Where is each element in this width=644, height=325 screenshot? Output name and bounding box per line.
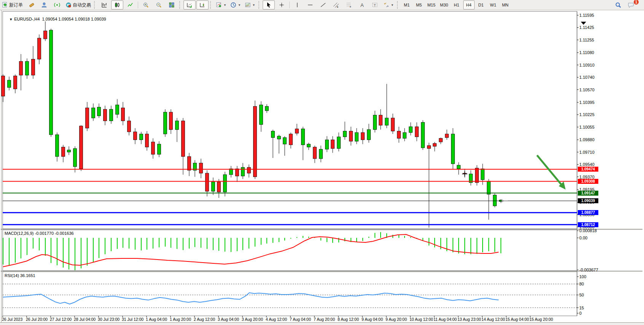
time-tick-label: 9 Aug 20:00 <box>386 317 407 322</box>
text-button[interactable]: A <box>356 0 368 10</box>
vertical-line-button[interactable] <box>291 0 303 10</box>
crosshair-button[interactable] <box>276 0 288 10</box>
candle <box>212 182 215 191</box>
price-tick-label: 1.09710 <box>579 150 595 155</box>
horizontal-line-icon <box>307 2 313 8</box>
text-label-button[interactable]: T <box>369 0 381 10</box>
trendline-button[interactable] <box>317 0 329 10</box>
candle <box>247 167 251 173</box>
toolbar-grip <box>179 1 182 9</box>
candle <box>313 147 317 159</box>
candle <box>319 149 323 159</box>
timeframe-D1[interactable]: D1 <box>475 0 487 10</box>
candle <box>385 118 389 125</box>
autotrade-label: 自动交易 <box>73 2 91 8</box>
zoom-in-button[interactable] <box>140 0 152 10</box>
notifications-button[interactable]: 1 <box>625 0 637 10</box>
candle <box>421 122 425 148</box>
symbol-period: EURUSD-,H4 <box>14 17 40 21</box>
chevron-down-icon: ▼ <box>223 3 226 7</box>
signal-button[interactable] <box>51 0 63 10</box>
new-order-label: 新订单 <box>9 2 23 8</box>
templates-button[interactable]: ▼ <box>243 0 257 10</box>
candle <box>493 195 497 206</box>
candle <box>26 61 29 75</box>
toolbar-grip <box>258 1 261 9</box>
chevron-down-icon: ▼ <box>252 3 255 7</box>
cursor-button[interactable] <box>263 0 275 10</box>
tile-windows-icon <box>169 2 175 8</box>
timeframe-W1[interactable]: W1 <box>488 0 499 10</box>
price-tick-label: 1.11595 <box>579 13 594 18</box>
line-chart-button[interactable] <box>124 0 136 10</box>
search-icon <box>615 2 622 8</box>
candle <box>169 112 173 130</box>
candle <box>457 165 461 169</box>
chart-shift-button[interactable] <box>196 0 209 10</box>
periods-icon <box>230 2 236 8</box>
timeframe-M30[interactable]: M30 <box>438 0 450 10</box>
candle <box>73 148 77 167</box>
zoom-out-button[interactable] <box>153 0 165 10</box>
tile-windows-button[interactable] <box>166 0 178 10</box>
timeframe-MN[interactable]: MN <box>500 0 511 10</box>
timeframe-M1[interactable]: M1 <box>401 0 413 10</box>
rsi-indicator-label: RSI(14) 36.1651 <box>5 273 35 278</box>
candle <box>121 108 125 121</box>
horizontal-line-button[interactable] <box>304 0 316 10</box>
profile-button[interactable] <box>38 0 50 10</box>
candle <box>427 146 431 149</box>
bar-chart-icon <box>101 2 107 8</box>
arrows-button[interactable]: ▼ <box>382 0 395 10</box>
time-tick-label: 3 Aug 04:00 <box>218 317 239 322</box>
new-order-button[interactable]: 新订单 <box>0 0 24 10</box>
candle <box>325 140 329 149</box>
candle <box>451 134 455 164</box>
price-tick-label: 1.09880 <box>579 137 595 142</box>
candle <box>241 167 245 176</box>
cursor-icon <box>266 2 272 8</box>
window-bottom-strip <box>0 322 644 325</box>
candle <box>32 59 35 75</box>
auto-scroll-button[interactable] <box>183 0 196 10</box>
search-button[interactable] <box>612 0 624 10</box>
candle <box>116 105 119 115</box>
candle <box>44 31 47 39</box>
price-tick-label: 1.09540 <box>579 162 595 167</box>
scroll-end-triangle[interactable] <box>581 22 586 25</box>
candle <box>164 112 167 134</box>
time-tick-label: 10 Aug 12:00 <box>410 317 433 322</box>
price-line-badge: 1.08712 <box>578 222 598 227</box>
collapse-triangle-icon[interactable]: ▼ <box>9 18 13 21</box>
timeframe-H4[interactable]: H4 <box>463 0 475 10</box>
candle <box>445 134 449 138</box>
bar-chart-button[interactable] <box>98 0 110 10</box>
chart-plot[interactable] <box>0 10 644 325</box>
channel-button[interactable]: E <box>330 0 342 10</box>
candle <box>128 121 131 132</box>
time-tick-label: 13 Aug 23:00 <box>457 317 481 322</box>
rsi-axis-label: 15 <box>579 306 584 310</box>
indicators-button[interactable]: ▼ <box>214 0 228 10</box>
candle <box>110 109 113 121</box>
periods-button[interactable]: ▼ <box>229 0 242 10</box>
crayon-button[interactable] <box>25 0 37 10</box>
timeframe-M5[interactable]: M5 <box>413 0 425 10</box>
fibonacci-icon: F <box>346 2 352 8</box>
time-tick-label: 9 Aug 04:00 <box>362 317 383 322</box>
candle <box>439 138 443 142</box>
time-tick-label: 3 Aug 20:00 <box>242 317 263 322</box>
candle-chart-button[interactable] <box>111 0 123 10</box>
new-order-icon <box>2 2 8 8</box>
fibonacci-button[interactable]: F <box>343 0 355 10</box>
timeframe-group: M1M5M15M30H1H4D1W1MN <box>401 0 512 10</box>
timeframe-H1[interactable]: H1 <box>451 0 462 10</box>
candle <box>2 76 5 96</box>
macd-axis-label: 0.000818 <box>579 228 597 233</box>
time-tick-label: 2 Aug 12:00 <box>194 317 215 322</box>
candle <box>151 142 155 154</box>
candle <box>140 134 143 140</box>
timeframe-M15[interactable]: M15 <box>426 0 437 10</box>
svg-text:E: E <box>337 6 338 8</box>
autotrade-button[interactable]: 自动交易 <box>64 0 92 10</box>
